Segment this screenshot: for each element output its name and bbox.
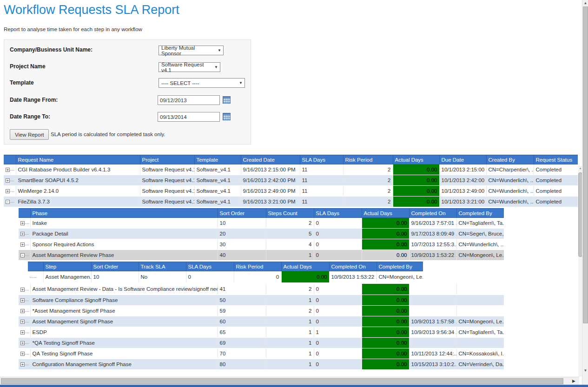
cell-phase: *Asset Management Signoff Phase — [30, 305, 218, 316]
collapse-icon[interactable]: - — [20, 252, 29, 258]
template-select[interactable]: ---- SELECT ---- ▼ — [159, 78, 245, 88]
column-header-request-status[interactable]: Request Status — [534, 155, 578, 164]
dotted-tree-line — [25, 289, 29, 290]
column-header-template[interactable]: Template — [194, 155, 241, 164]
cell-actual: 0.00 — [362, 348, 409, 359]
expand-icon[interactable]: + — [20, 329, 29, 335]
horizontal-scrollbar-thumb[interactable] — [1, 378, 563, 384]
column-header-due-date[interactable]: Due Date — [439, 155, 486, 164]
phase-row[interactable]: +Sponsor Required Actions30400.0010/7/20… — [19, 239, 504, 250]
expand-icon[interactable]: + — [20, 220, 29, 226]
expander-cell: + — [19, 348, 30, 359]
column-header-project[interactable]: Project — [140, 155, 194, 164]
bottom-accent-bar — [0, 385, 588, 387]
expand-icon[interactable]: + — [20, 242, 29, 247]
date-to-input[interactable] — [158, 112, 220, 122]
collapse-icon[interactable]: - — [6, 199, 14, 204]
page-horizontal-scrollbar[interactable]: ▶ — [0, 377, 579, 385]
project-select[interactable]: Software Request v4.1 ▼ — [159, 62, 220, 72]
cell-completed-by: CN=Kossakoski\, I... — [456, 348, 504, 359]
cell-actual: 0.00 — [362, 327, 409, 337]
phase-row[interactable]: +Asset Management Signoff Phase60100.001… — [19, 316, 504, 327]
request-row[interactable]: +CGI Ratabase Product Builder v6.4.1.3So… — [4, 164, 578, 175]
step-row[interactable]: Asset Managemen...10No000.0010/9/2013 1:… — [28, 271, 423, 283]
cell-risk: 2 — [343, 175, 393, 186]
chevron-down-icon: ▼ — [239, 81, 243, 85]
column-header-steps-count[interactable]: Steps Count — [266, 209, 314, 218]
expand-icon[interactable]: + — [6, 167, 14, 172]
phase-row[interactable]: +ESDP65110.0010/9/2013 9:56:34 ...CN=Tag… — [19, 327, 504, 337]
phase-row[interactable]: +Software Compliance Signoff Phase50100.… — [19, 295, 504, 305]
expander-box: - — [6, 200, 10, 204]
view-report-button[interactable]: View Report — [10, 129, 49, 140]
expand-icon[interactable]: + — [20, 340, 29, 346]
column-header-created-date[interactable]: Created Date — [241, 155, 300, 164]
expand-icon[interactable]: + — [20, 308, 29, 314]
column-header-completed-on[interactable]: Completed On — [329, 262, 377, 271]
scroll-down-icon[interactable]: ▼ — [582, 368, 588, 373]
column-header-risk-period[interactable]: Risk Period — [234, 262, 281, 271]
calendar-icon[interactable] — [223, 113, 231, 120]
expander-column-header — [4, 155, 16, 164]
cell-completed-on — [409, 295, 456, 305]
date-from-input[interactable] — [158, 95, 220, 105]
column-header-sort-order[interactable]: Sort Order — [218, 209, 266, 218]
column-header-sla-days[interactable]: SLA Days — [314, 209, 362, 218]
expander-cell: + — [19, 305, 30, 316]
expand-icon[interactable]: + — [20, 297, 29, 303]
page-scrollbar-thumb[interactable] — [583, 7, 588, 323]
phase-row[interactable]: +Package Detail20500.009/17/2013 8:09:49… — [19, 229, 504, 239]
calendar-icon[interactable] — [223, 96, 231, 104]
cell-actual: 0.00 — [362, 218, 409, 229]
phase-row[interactable]: -Asset Management Review Phase40100.0010… — [19, 250, 504, 261]
expander-cell: + — [19, 359, 30, 369]
phase-row[interactable]: +QA Testing Signoff Phase70100.0010/11/2… — [19, 348, 504, 359]
phase-row[interactable]: +*QA Testing Signoff Phase69100.00 — [19, 337, 504, 348]
expand-icon[interactable]: + — [20, 351, 29, 356]
cell-created: 9/16/2013 2:15:00 PM — [241, 164, 300, 175]
column-header-sla-days[interactable]: SLA Days — [186, 262, 234, 271]
column-header-completed-by[interactable]: Completed By — [456, 209, 504, 218]
column-header-sla-days[interactable]: SLA Days — [300, 155, 343, 164]
phase-row[interactable]: +Configuration Management Signoff Phase8… — [19, 359, 504, 369]
cell-sla: 0 — [314, 229, 362, 239]
column-header-actual-days[interactable]: Actual Days — [362, 209, 409, 218]
page-vertical-scrollbar[interactable]: ▲ ▼ — [582, 0, 588, 387]
column-header-risk-period[interactable]: Risk Period — [343, 155, 393, 164]
expand-icon[interactable]: + — [20, 361, 29, 367]
request-row[interactable]: -FileZilla 3.7.3Software Request v4.1Sof… — [4, 197, 578, 207]
scroll-right-icon[interactable]: ▶ — [572, 379, 575, 383]
phase-row[interactable]: +Intake10200.009/16/2013 7:57:01 ...CN=T… — [19, 218, 504, 229]
expand-icon[interactable]: + — [20, 286, 29, 292]
cell-steps: 1 — [266, 327, 314, 337]
column-header-completed-on[interactable]: Completed On — [409, 209, 456, 218]
phase-row[interactable]: +*Asset Management Signoff Phase59200.00 — [19, 305, 504, 316]
expand-icon[interactable]: + — [20, 319, 29, 324]
column-header-request-name[interactable]: Request Name — [16, 155, 140, 164]
cell-phase: Configuration Management Signoff Phase — [30, 359, 218, 369]
template-label: Template — [10, 79, 34, 86]
column-header-sort-order[interactable]: Sort Order — [91, 262, 139, 271]
column-header-step[interactable]: Step — [43, 262, 91, 271]
cell-project: Software Request v4.1 — [140, 164, 194, 175]
expander-box: + — [20, 362, 25, 367]
company-select[interactable]: Liberty Mutual Sponsor ▼ — [159, 46, 224, 55]
expand-icon[interactable]: + — [6, 177, 14, 183]
column-header-actual-days[interactable]: Actual Days — [393, 155, 439, 164]
cell-step: Asset Managemen... — [43, 271, 91, 283]
cell-completed-on: 9/17/2013 8:09:49 ... — [409, 229, 456, 239]
column-header-created-by[interactable]: Created By — [486, 155, 534, 164]
expander-cell: + — [19, 316, 30, 327]
scroll-up-icon[interactable]: ▲ — [582, 1, 588, 5]
expand-icon[interactable]: + — [20, 231, 29, 236]
expand-icon[interactable]: + — [6, 188, 14, 194]
column-header-completed-by[interactable]: Completed By — [377, 262, 423, 271]
expander-cell: + — [19, 218, 30, 229]
column-header-phase[interactable]: Phase — [30, 209, 218, 218]
cell-actual: 0.00 — [362, 239, 409, 250]
request-row[interactable]: +WinMerge 2.14.0Software Request v4.1Sof… — [4, 186, 578, 197]
column-header-track-sla[interactable]: Track SLA — [139, 262, 186, 271]
request-row[interactable]: +SmartBear SOAPUI 4.5.2Software Request … — [4, 175, 578, 186]
phase-row[interactable]: +Asset Management Review - Data - Is Sof… — [19, 284, 504, 295]
column-header-actual-days[interactable]: Actual Days — [281, 262, 329, 271]
